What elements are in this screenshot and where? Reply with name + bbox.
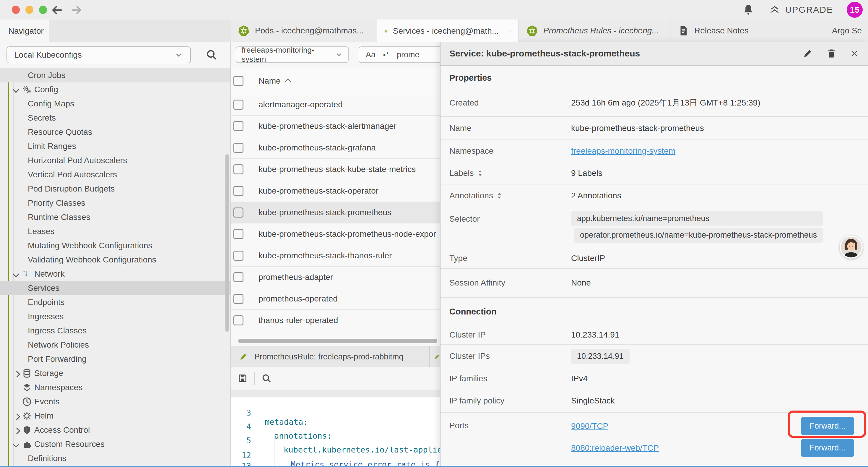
back-arrow-icon[interactable] [51,4,64,17]
sidebar-item-resource-quotas[interactable]: Resource Quotas [0,125,230,139]
sidebar-group-storage[interactable]: Storage [0,366,230,380]
save-icon[interactable] [237,373,248,384]
sidebar-scrollbar[interactable] [225,154,229,332]
row-checkbox[interactable] [234,121,243,131]
sidebar-item-endpoints[interactable]: Endpoints [0,295,230,310]
search-icon[interactable] [205,49,218,61]
sidebar-item-vertical-pod-autoscalers[interactable]: Vertical Pod Autoscalers [0,168,230,182]
sidebar-item-limit-ranges[interactable]: Limit Ranges [0,139,230,153]
assistant-avatar[interactable] [840,236,863,259]
table-row[interactable]: thanos-ruler-operated [231,310,440,331]
row-checkbox[interactable] [234,207,243,217]
window-close-button[interactable] [12,6,20,14]
sidebar-item-leases[interactable]: Leases [0,224,230,238]
forward-arrow-icon[interactable] [70,4,83,17]
profile-notification-badge[interactable]: 15 [847,2,863,18]
sidebar-item-ingress-classes[interactable]: Ingress Classes [0,324,230,338]
edit-pencil-icon[interactable] [802,48,813,59]
tab-release-notes[interactable]: Release Notes [671,20,819,42]
close-tab-icon[interactable] [509,27,512,35]
search-icon[interactable] [261,373,272,384]
sidebar-group-network[interactable]: ↑↓ Network [0,267,230,281]
select-all-checkbox[interactable] [234,76,243,86]
sidebar-group-config[interactable]: Config [0,83,230,97]
window-minimize-button[interactable] [25,6,33,14]
kubeconfig-select[interactable]: Local Kubeconfigs [6,47,191,63]
sidebar-item-cron-jobs[interactable]: Cron Jobs [0,68,230,83]
dock-tab-partial[interactable] [430,346,440,367]
row-checkbox[interactable] [234,251,243,261]
sidebar-item-secrets[interactable]: Secrets [0,111,230,125]
row-checkbox[interactable] [234,229,243,239]
sidebar-item-network-policies[interactable]: Network Policies [0,338,230,352]
sidebar-item-port-forwarding[interactable]: Port Forwarding [0,352,230,366]
close-icon[interactable] [850,49,859,58]
navigator-title: Navigator [8,26,44,36]
row-checkbox[interactable] [234,294,243,304]
clock-icon [22,397,32,407]
services-panel: freeleaps-monitoring-system Aa ▪* prome … [231,42,440,466]
tab-prometheus-rules[interactable]: Prometheus Rules - icecheng... [519,20,670,42]
sidebar-item-runtime-classes[interactable]: Runtime Classes [0,210,230,224]
window-zoom-button[interactable] [39,6,47,14]
sidebar-item-mutating-webhook-configurations[interactable]: Mutating Webhook Configurations [0,238,230,253]
sidebar-item-namespaces[interactable]: Namespaces [0,380,230,395]
port-forward-link[interactable]: 8080:reloader-web/TCP [571,443,659,453]
regex-toggle[interactable]: ▪* [383,51,389,59]
namespace-filter-select[interactable]: freeleaps-monitoring-system [236,47,349,63]
row-checkbox[interactable] [234,186,243,196]
table-row-selected[interactable]: kube-prometheus-stack-prometheus [231,202,440,224]
navigator-panel-tab[interactable]: Navigator [0,20,49,42]
window-bottom-accent [0,466,868,467]
sidebar-item-events[interactable]: Events [0,395,230,409]
dock-tab-prometheusrule[interactable]: PrometheusRule: freeleaps-prod-rabbitmq [231,346,430,367]
sidebar-item-horizontal-pod-autoscalers[interactable]: Horizontal Pod Autoscalers [0,153,230,168]
delete-trash-icon[interactable] [826,48,837,59]
table-row[interactable]: kube-prometheus-stack-operator [231,180,440,202]
horizontal-scrollbar[interactable] [238,339,437,343]
table-row[interactable]: alertmanager-operated [231,94,440,116]
cluster-ips-row: Cluster IPs 10.233.14.91 [440,345,868,368]
sidebar-item-pod-disruption-budgets[interactable]: Pod Disruption Budgets [0,182,230,196]
expand-collapse-icon[interactable] [497,192,502,200]
ip-families-row: IP families IPv4 [440,368,868,389]
namespace-link[interactable]: freeleaps-monitoring-system [571,146,675,156]
table-row[interactable]: prometheus-adapter [231,267,440,288]
table-row[interactable]: kube-prometheus-stack-grafana [231,137,440,159]
code-line: 13 second.","runbook_url":"https://net [231,452,440,463]
sidebar-item-definitions[interactable]: Definitions [0,451,230,466]
table-row[interactable]: kube-prometheus-stack-kube-state-metrics [231,159,440,180]
row-checkbox[interactable] [234,99,243,110]
sidebar-item-ingresses[interactable]: Ingresses [0,310,230,324]
tab-pods[interactable]: Pods - icecheng@mathmas... [231,20,377,42]
row-checkbox[interactable] [234,315,243,325]
forward-button[interactable]: Forward... [801,439,854,457]
puzzle-icon [22,439,32,449]
match-case-toggle[interactable]: Aa [366,50,375,59]
sidebar-group-access-control[interactable]: Access Control [0,423,230,437]
table-row[interactable]: kube-prometheus-stack-prometheus-node-ex… [231,224,440,245]
row-checkbox[interactable] [234,164,243,174]
row-checkbox[interactable] [234,272,243,282]
expand-collapse-icon[interactable] [477,169,483,177]
navigator-sidebar: Local Kubeconfigs Cron Jobs Config [0,42,231,466]
tab-services[interactable]: Services - icecheng@math... [377,20,519,42]
port-forward-link[interactable]: 9090/TCP [571,421,608,431]
sidebar-item-priority-classes[interactable]: Priority Classes [0,196,230,210]
name-column-header[interactable]: Name [258,76,290,86]
table-row[interactable]: kube-prometheus-stack-alertmanager [231,116,440,137]
window-titlebar: UPGRADE 15 [0,0,868,20]
sidebar-item-validating-webhook-configurations[interactable]: Validating Webhook Configurations [0,253,230,267]
sidebar-group-custom-resources[interactable]: Custom Resources [0,437,230,451]
upgrade-button[interactable]: UPGRADE [768,3,833,16]
sidebar-group-helm[interactable]: Helm [0,409,230,423]
table-row[interactable]: kube-prometheus-stack-thanos-ruler [231,245,440,267]
notifications-bell-icon[interactable] [742,4,754,16]
sidebar-item-config-maps[interactable]: Config Maps [0,97,230,111]
tab-argo[interactable]: Argo Se [819,20,868,42]
table-row[interactable]: prometheus-operated [231,288,440,310]
row-checkbox[interactable] [234,143,243,153]
sidebar-item-services[interactable]: Services [0,281,230,295]
yaml-editor[interactable]: 3 metadata: 4 annotations: 5 kubectl.kub… [231,397,440,466]
search-input[interactable]: Aa ▪* prome [359,47,440,63]
